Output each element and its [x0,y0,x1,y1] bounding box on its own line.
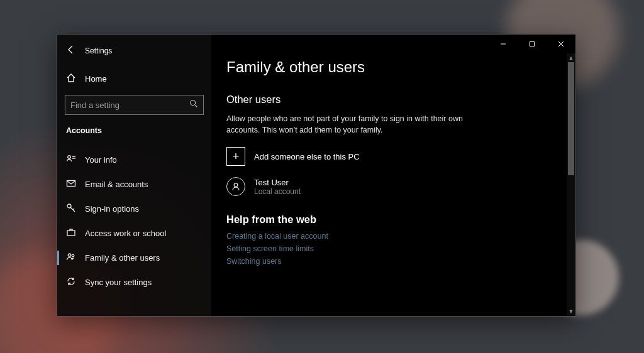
sidebar-item-label: Sign-in options [85,204,139,214]
people-icon [66,252,76,264]
home-icon [66,73,76,85]
svg-point-5 [68,254,70,256]
sidebar-item-your-info[interactable]: Your info [57,148,211,172]
scroll-thumb[interactable] [568,62,574,175]
svg-point-0 [191,100,196,106]
svg-point-8 [234,183,238,187]
scroll-down-icon[interactable]: ▼ [567,307,575,316]
mail-icon [66,178,76,190]
user-type: Local account [254,187,301,196]
content-pane: Family & other users Other users Allow p… [211,35,575,316]
titlebar-left: Settings [57,41,211,65]
sidebar-item-email-accounts[interactable]: Email & accounts [57,172,211,197]
plus-icon: + [226,147,245,166]
search-icon [189,99,198,111]
sidebar-item-signin-options[interactable]: Sign-in options [57,197,211,221]
sync-icon [66,276,76,288]
back-icon[interactable] [66,45,76,57]
svg-rect-4 [67,231,75,236]
help-link-create-local-account[interactable]: Creating a local user account [226,232,560,241]
window-controls [489,35,575,53]
sidebar-item-label: Family & other users [85,253,160,263]
add-user-button[interactable]: + Add someone else to this PC [226,147,560,166]
scroll-up-icon[interactable]: ▲ [567,53,575,62]
vertical-scrollbar[interactable]: ▲ ▼ [567,53,575,316]
user-text: Test User Local account [254,178,301,196]
svg-point-6 [72,254,74,257]
sidebar: Settings Home Accounts Your info [57,35,211,316]
help-link-screen-time-limits[interactable]: Setting screen time limits [226,244,560,253]
search-box[interactable] [65,95,204,115]
help-heading: Help from the web [226,214,560,225]
person-card-icon [66,154,76,166]
sidebar-item-label: Sync your settings [85,278,152,287]
svg-point-1 [68,156,71,159]
sidebar-item-label: Email & accounts [85,180,148,189]
avatar-icon [226,177,245,196]
briefcase-icon [66,227,76,239]
sidebar-item-family-other-users[interactable]: Family & other users [57,246,211,270]
window-title: Settings [85,46,112,55]
sidebar-item-label: Your info [85,155,117,165]
sidebar-item-sync-settings[interactable]: Sync your settings [57,270,211,295]
search-input[interactable] [70,100,189,110]
other-users-description: Allow people who are not part of your fa… [226,113,465,136]
page-title: Family & other users [226,58,560,76]
content-inner: Family & other users Other users Allow p… [211,35,575,316]
help-link-switching-users[interactable]: Switching users [226,257,560,266]
other-users-heading: Other users [226,94,560,106]
settings-window: Settings Home Accounts Your info [57,34,576,317]
user-entry[interactable]: Test User Local account [226,177,560,196]
sidebar-group-label: Accounts [57,122,211,143]
close-button[interactable] [547,35,575,53]
sidebar-item-label: Access work or school [85,229,166,238]
key-icon [66,203,76,215]
sidebar-home-label: Home [85,74,107,84]
sidebar-item-access-work-school[interactable]: Access work or school [57,221,211,246]
maximize-button[interactable] [518,35,547,53]
user-name: Test User [254,178,301,187]
sidebar-home[interactable]: Home [57,65,211,92]
add-user-label: Add someone else to this PC [254,152,360,161]
minimize-button[interactable] [489,35,518,53]
svg-rect-7 [530,42,535,46]
